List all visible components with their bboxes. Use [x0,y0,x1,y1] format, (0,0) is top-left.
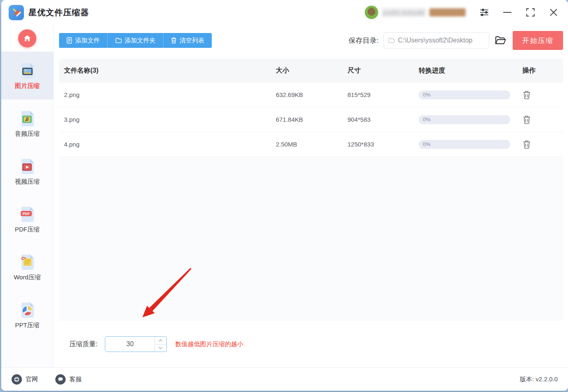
word-file-icon [18,253,36,271]
toolbar: 添加文件 添加文件夹 清空列表 [59,29,563,52]
video-file-icon [18,157,36,175]
table-row: 2.png 632.69KB 815*529 0% [59,83,563,107]
start-compress-button[interactable]: 开始压缩 [513,31,563,50]
add-file-button[interactable]: 添加文件 [59,33,107,48]
cell-size: 2.50MB [269,141,341,148]
table-body: 2.png 632.69KB 815*529 0% [59,83,563,157]
cell-filename: 2.png [59,91,269,98]
progress-bar: 0% [419,115,510,124]
cell-progress: 0% [413,140,514,149]
cell-size: 632.69KB [269,91,341,98]
cell-filename: 3.png [59,116,269,123]
folder-open-icon [495,36,506,45]
cell-progress: 0% [413,90,514,99]
sidebar-item-pdf-compress[interactable]: PDF PDF压缩 [1,195,54,243]
cell-size: 671.84KB [269,116,341,123]
clear-list-button[interactable]: 清空列表 [163,33,212,48]
cell-progress: 0% [413,115,514,124]
sidebar-item-label: PPT压缩 [15,321,39,329]
quality-increment-button[interactable] [155,337,166,345]
trash-icon [523,90,531,99]
main-panel: 添加文件 添加文件夹 清空列表 [54,25,568,367]
minimize-button[interactable] [502,7,513,18]
sidebar-item-audio-compress[interactable]: 音频压缩 [1,99,54,147]
file-table: 文件名称(3) 大小 尺寸 转换进度 操作 2.png 632.69KB 815… [59,59,563,321]
progress-bar: 0% [419,140,510,149]
save-dir-input[interactable]: C:\Users\yssoft2\Desktop [383,32,489,49]
save-dir-label: 保存目录: [348,36,379,45]
user-avatar[interactable] [364,5,379,19]
vip-badge [429,8,466,17]
sidebar-item-video-compress[interactable]: 视频压缩 [1,147,54,195]
sidebar-item-label: 音频压缩 [15,130,40,138]
sidebar-item-ppt-compress[interactable]: PPT压缩 [1,291,54,339]
header-action: 操作 [514,66,563,75]
footer: 官网 客服 版本: v2.2.0.0 [1,367,568,391]
chevron-up-icon [159,339,163,342]
quality-label: 压缩质量: [69,340,97,349]
delete-row-button[interactable] [523,140,531,149]
username-masked: yxd5L3okyd6 [382,8,466,17]
browse-folder-button[interactable] [495,36,506,45]
official-website-link[interactable]: 官网 [12,374,38,385]
sidebar-item-label: PDF压缩 [15,226,40,234]
pdf-file-icon: PDF [18,205,36,223]
cell-filename: 4.png [59,141,269,148]
quality-stepper [105,336,167,352]
chevron-down-icon [159,347,163,349]
ppt-file-icon [18,301,36,319]
header-dimension: 尺寸 [341,66,414,75]
delete-row-button[interactable] [523,115,531,124]
trash-icon [523,140,531,149]
svg-text:PDF: PDF [23,211,31,215]
cell-dimension: 904*583 [341,116,414,123]
titlebar: 星优文件压缩器 yxd5L3okyd6 [1,0,568,25]
app-logo-icon [9,5,24,20]
customer-service-link[interactable]: 客服 [55,374,82,385]
browser-e-icon [12,374,22,385]
version-label: 版本: v2.2.0.0 [520,375,558,383]
chat-bubble-icon [55,374,66,385]
table-header: 文件名称(3) 大小 尺寸 转换进度 操作 [59,59,563,83]
header-size: 大小 [269,66,341,75]
sidebar: 图片压缩 音频压缩 [1,25,54,367]
header-filename: 文件名称(3) [59,66,269,75]
sidebar-item-label: Word压缩 [14,274,41,281]
table-row: 4.png 2.50MB 1250*833 0% [59,132,563,157]
close-button[interactable] [548,7,559,18]
quality-decrement-button[interactable] [155,345,166,352]
settings-sliders-icon[interactable] [479,7,490,18]
document-icon [66,37,72,44]
quality-panel: 压缩质量: 数值越低图片压缩的越小 [54,321,568,367]
cell-dimension: 1250*833 [341,141,414,148]
sidebar-item-label: 视频压缩 [15,178,40,186]
sidebar-item-word-compress[interactable]: Word压缩 [1,243,54,291]
cell-dimension: 815*529 [341,91,414,98]
sidebar-item-label: 图片压缩 [15,82,40,90]
folder-icon [388,38,395,43]
image-file-icon [18,61,36,80]
app-title: 星优文件压缩器 [28,7,89,18]
delete-row-button[interactable] [523,90,531,99]
add-folder-button[interactable]: 添加文件夹 [107,33,163,48]
home-icon [24,35,31,42]
trash-icon [171,37,177,44]
home-button[interactable] [18,29,36,47]
header-progress: 转换进度 [413,66,514,75]
trash-icon [523,115,531,124]
quality-input[interactable] [105,337,154,352]
quality-hint: 数值越低图片压缩的越小 [175,340,243,348]
maximize-button[interactable] [525,7,536,18]
progress-bar: 0% [419,90,510,99]
table-row: 3.png 671.84KB 904*583 0% [59,107,563,132]
app-window: 星优文件压缩器 yxd5L3okyd6 [1,0,568,391]
sidebar-item-image-compress[interactable]: 图片压缩 [1,52,54,99]
folder-icon [115,38,122,43]
audio-file-icon [18,109,36,128]
save-dir-path: C:\Users\yssoft2\Desktop [398,37,473,44]
